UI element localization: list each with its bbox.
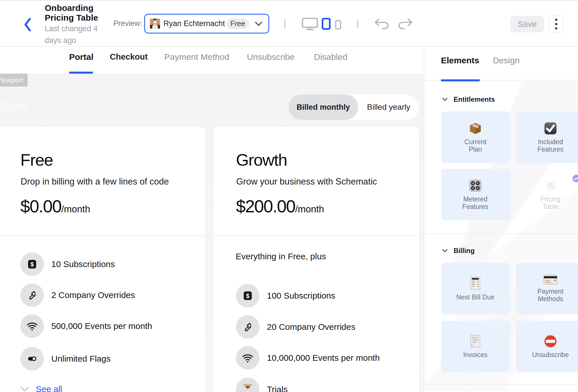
- svg-text:$: $: [246, 292, 249, 299]
- svg-text:$: $: [30, 261, 34, 268]
